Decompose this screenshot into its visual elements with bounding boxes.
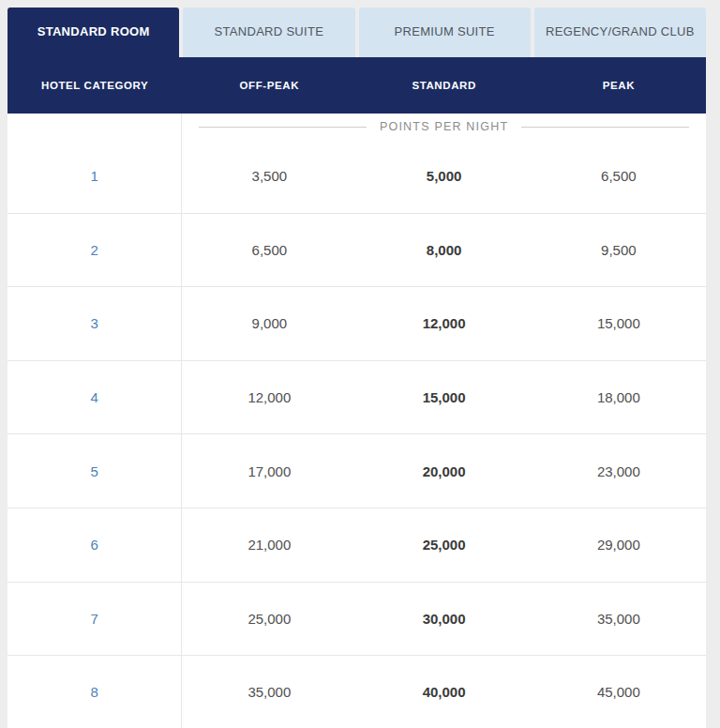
column-header-peak: PEAK bbox=[532, 57, 706, 114]
category-link[interactable]: 4 bbox=[90, 389, 98, 405]
peak-value: 35,000 bbox=[532, 583, 706, 656]
category-link[interactable]: 6 bbox=[90, 537, 98, 553]
off-peak-value: 9,000 bbox=[182, 287, 356, 360]
standard-value: 40,000 bbox=[357, 656, 532, 728]
peak-value: 29,000 bbox=[532, 508, 706, 582]
standard-value: 20,000 bbox=[357, 434, 532, 508]
points-table: POINTS PER NIGHT 1 3,500 5,000 6,500 2 6… bbox=[8, 114, 706, 728]
tab-regency-grand-club[interactable]: REGENCY/GRAND CLUB bbox=[534, 8, 706, 57]
category-link[interactable]: 5 bbox=[90, 463, 98, 479]
category-cell: 5 bbox=[8, 434, 182, 508]
category-link[interactable]: 3 bbox=[90, 315, 98, 331]
award-chart: STANDARD ROOM STANDARD SUITE PREMIUM SUI… bbox=[8, 8, 706, 728]
table-row-category-8: 8 35,000 40,000 45,000 bbox=[8, 656, 706, 728]
peak-value: 6,500 bbox=[532, 140, 706, 213]
table-row-category-1: 1 3,500 5,000 6,500 bbox=[8, 140, 706, 214]
standard-value: 30,000 bbox=[357, 583, 532, 656]
peak-value: 15,000 bbox=[532, 287, 706, 360]
table-row-category-7: 7 25,000 30,000 35,000 bbox=[8, 583, 706, 657]
peak-value: 9,500 bbox=[532, 214, 706, 287]
standard-value: 12,000 bbox=[357, 287, 532, 360]
category-link[interactable]: 1 bbox=[90, 168, 98, 184]
off-peak-value: 12,000 bbox=[182, 361, 356, 434]
column-header-standard: STANDARD bbox=[357, 57, 532, 114]
tab-premium-suite[interactable]: PREMIUM SUITE bbox=[359, 8, 531, 57]
standard-value: 15,000 bbox=[357, 361, 532, 434]
column-header-off-peak: OFF-PEAK bbox=[182, 57, 356, 114]
category-cell: 6 bbox=[8, 508, 182, 582]
off-peak-value: 17,000 bbox=[182, 434, 356, 508]
category-cell: 2 bbox=[8, 214, 182, 287]
column-header-band: HOTEL CATEGORY OFF-PEAK STANDARD PEAK bbox=[8, 57, 706, 114]
category-cell: 8 bbox=[8, 656, 182, 728]
category-cell: 3 bbox=[8, 287, 182, 360]
room-type-tabs: STANDARD ROOM STANDARD SUITE PREMIUM SUI… bbox=[8, 8, 706, 57]
standard-value: 8,000 bbox=[357, 214, 532, 287]
standard-value: 5,000 bbox=[357, 140, 532, 213]
off-peak-value: 25,000 bbox=[182, 583, 356, 656]
points-per-night-divider: POINTS PER NIGHT bbox=[182, 114, 706, 140]
off-peak-value: 21,000 bbox=[182, 508, 356, 582]
category-cell: 1 bbox=[8, 140, 182, 213]
peak-value: 45,000 bbox=[532, 656, 706, 728]
table-row-category-5: 5 17,000 20,000 23,000 bbox=[8, 434, 706, 508]
off-peak-value: 6,500 bbox=[182, 214, 356, 287]
category-cell: 4 bbox=[8, 361, 182, 434]
table-row-category-2: 2 6,500 8,000 9,500 bbox=[8, 214, 706, 288]
table-row-category-4: 4 12,000 15,000 18,000 bbox=[8, 361, 706, 435]
off-peak-value: 35,000 bbox=[182, 656, 356, 728]
category-cell: 7 bbox=[8, 583, 182, 656]
tab-standard-room[interactable]: STANDARD ROOM bbox=[8, 8, 179, 57]
standard-value: 25,000 bbox=[357, 508, 532, 582]
category-link[interactable]: 8 bbox=[90, 684, 98, 700]
category-link[interactable]: 7 bbox=[90, 611, 98, 627]
points-per-night-spacer bbox=[8, 114, 182, 140]
table-row-category-6: 6 21,000 25,000 29,000 bbox=[8, 508, 706, 583]
category-link[interactable]: 2 bbox=[90, 242, 98, 258]
divider-line-right bbox=[521, 127, 689, 128]
off-peak-value: 3,500 bbox=[182, 140, 356, 213]
tab-standard-suite[interactable]: STANDARD SUITE bbox=[183, 8, 354, 57]
table-row-category-3: 3 9,000 12,000 15,000 bbox=[8, 287, 706, 361]
points-per-night-label: POINTS PER NIGHT bbox=[380, 120, 508, 133]
peak-value: 18,000 bbox=[532, 361, 706, 434]
peak-value: 23,000 bbox=[532, 434, 706, 508]
points-per-night-section: POINTS PER NIGHT bbox=[8, 114, 706, 140]
divider-line-left bbox=[199, 127, 367, 128]
column-header-hotel-category: HOTEL CATEGORY bbox=[8, 57, 182, 114]
